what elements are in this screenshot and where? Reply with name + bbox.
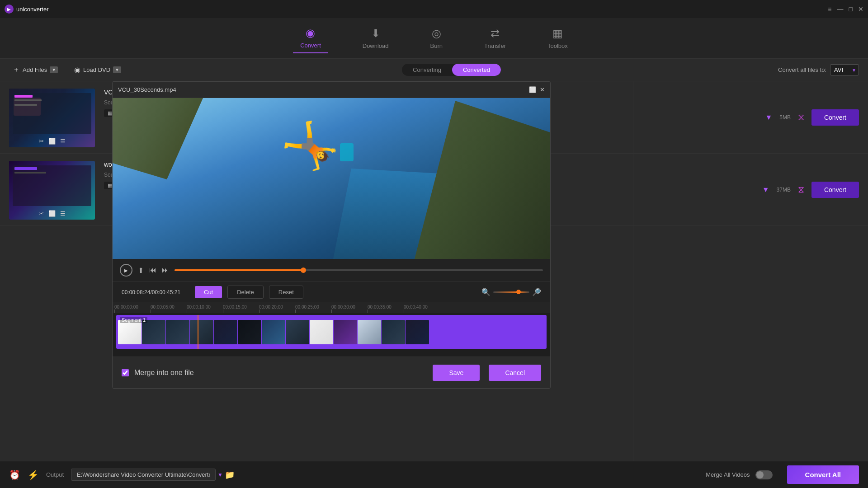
output-path-input[interactable]	[71, 469, 216, 481]
cut-button[interactable]: Cut	[195, 286, 222, 298]
ruler-mark-2: 00:00:10:00	[187, 305, 223, 313]
crop-icon-2[interactable]: ⬜	[48, 210, 56, 217]
load-dvd-button[interactable]: ◉ Load DVD ▼	[71, 64, 125, 76]
ruler-mark-4: 00:00:20:00	[259, 305, 295, 313]
cliff-bottom-right	[415, 101, 550, 259]
merge-section: Merge All Videos	[706, 470, 772, 479]
merge-checkbox[interactable]	[122, 369, 129, 376]
nav-download-label: Download	[363, 42, 389, 49]
minimize-btn[interactable]: —	[837, 5, 844, 13]
video-scene: 🤸	[113, 98, 550, 259]
nav-bar: ◉ Convert ⬇ Download ◎ Burn ⇄ Transfer ▦…	[0, 18, 868, 59]
folder-icon[interactable]: 📁	[225, 470, 235, 480]
path-dropdown-arrow[interactable]: ▼	[217, 472, 223, 478]
merge-row: Merge into one file Save Cancel	[113, 357, 550, 388]
ruler-mark-1: 00:00:05:00	[151, 305, 187, 313]
file-thumb-1: ✂ ⬜ ☰	[9, 89, 95, 147]
close-btn[interactable]: ✕	[858, 5, 863, 13]
right-panel: ▼ 5MB ⧖ Convert ▼ 37MB ⧖ Convert	[633, 81, 868, 461]
title-bar: ▶ uniconverter ≡ — □ ✕	[0, 0, 868, 18]
crop-icon-1[interactable]: ⬜	[48, 138, 56, 145]
convert-tabs: Converting Converted	[402, 64, 501, 76]
delete-button[interactable]: Delete	[227, 286, 264, 299]
format-select-wrap[interactable]: AVI MP4 MOV MKV	[830, 64, 859, 75]
toolbox-nav-icon: ▦	[552, 27, 563, 40]
edit-controls: 00:00:08:24/00:00:45:21 Cut Delete Reset…	[113, 282, 550, 302]
nav-item-transfer[interactable]: ⇄ Transfer	[477, 23, 513, 53]
thumb-controls-2: ✂ ⬜ ☰	[9, 210, 95, 217]
file-icon-1: ▦	[108, 110, 112, 116]
thumb-9	[334, 320, 357, 344]
overlay-close-btn[interactable]: ✕	[540, 86, 545, 93]
cancel-button[interactable]: Cancel	[489, 365, 541, 381]
skip-back-button[interactable]: ⏮	[149, 266, 156, 274]
segment-label: Segment 1	[120, 317, 147, 323]
logo-icon: ▶	[5, 5, 14, 14]
nav-item-toolbox[interactable]: ▦ Toolbox	[540, 23, 575, 53]
add-files-button[interactable]: ＋ Add Files ▼	[9, 63, 61, 76]
main-area: ✂ ⬜ ☰ VCU_30Seconds.mp4 Source ▦ MP4	[0, 81, 868, 461]
converting-tab[interactable]: Converting	[402, 64, 452, 76]
add-files-dropdown[interactable]: ▼	[50, 66, 58, 73]
ruler-mark-8: 00:00:40:00	[404, 305, 440, 313]
maximize-btn[interactable]: □	[849, 5, 853, 13]
ruler-mark-3: 00:00:15:00	[223, 305, 259, 313]
nav-toolbox-label: Toolbox	[547, 42, 568, 49]
thumb-5	[238, 320, 261, 344]
merge-toggle[interactable]	[755, 470, 773, 479]
bottom-bar: ⏰ ⚡ Output ▼ 📁 Merge All Videos Convert …	[0, 461, 868, 488]
skip-forward-button[interactable]: ⏭	[162, 266, 169, 274]
scissors-icon-2[interactable]: ✂	[39, 210, 44, 217]
convert-all-to-section: Convert all files to: AVI MP4 MOV MKV	[778, 64, 859, 75]
save-button[interactable]: Save	[433, 365, 480, 381]
overlay-window-buttons[interactable]: ⬜ ✕	[529, 86, 545, 93]
nav-item-convert[interactable]: ◉ Convert	[293, 23, 328, 53]
convert-button-1[interactable]: Convert	[811, 109, 859, 126]
convert-row-1: ▼ 5MB ⧖ Convert	[633, 81, 868, 154]
flash-icon[interactable]: ⚡	[28, 469, 39, 480]
timeline-track[interactable]: Segment 1	[116, 315, 547, 349]
thumb-3	[190, 320, 213, 344]
nav-item-download[interactable]: ⬇ Download	[355, 23, 396, 53]
plus-icon: ＋	[13, 65, 20, 75]
reset-button[interactable]: Reset	[269, 286, 303, 299]
menu-icon[interactable]: ≡	[828, 5, 831, 13]
format-arrow-2: ▼	[762, 186, 769, 194]
zoom-slider[interactable]	[493, 291, 529, 293]
convert-all-to-label: Convert all files to:	[778, 66, 826, 73]
progress-fill	[175, 269, 303, 271]
app-title: uniconverter	[16, 6, 49, 13]
overlay-maximize-btn[interactable]: ⬜	[529, 86, 536, 93]
format-select[interactable]: AVI MP4 MOV MKV	[830, 64, 859, 75]
settings-icon-1[interactable]: ☰	[60, 138, 66, 145]
convert-button-2[interactable]: Convert	[811, 182, 859, 198]
schedule-icon[interactable]: ⏰	[9, 469, 20, 480]
file-icon-2: ▦	[108, 183, 112, 188]
progress-bar[interactable]	[175, 269, 543, 271]
export-button[interactable]: ⬆	[138, 266, 144, 275]
scissors-icon-1[interactable]: ✂	[39, 138, 44, 145]
output-path-section: ▼ 📁	[71, 469, 235, 481]
thumb-strip	[116, 315, 431, 349]
convert-nav-icon: ◉	[306, 27, 315, 39]
thumb-controls-1: ✂ ⬜ ☰	[9, 138, 95, 145]
zoom-out-icon[interactable]: 🔍	[481, 288, 491, 296]
zoom-in-icon[interactable]: 🔎	[532, 288, 541, 296]
load-dvd-dropdown[interactable]: ▼	[113, 66, 121, 73]
ruler-mark-0: 00:00:00:00	[114, 305, 151, 313]
zoom-thumb	[516, 290, 521, 294]
ruler-mark-6: 00:00:30:00	[331, 305, 368, 313]
app-logo: ▶ uniconverter	[5, 5, 49, 14]
settings-icon-2[interactable]: ☰	[60, 210, 66, 217]
cliff-top-left	[113, 98, 203, 179]
overlay-filename: VCU_30Seconds.mp4	[118, 86, 176, 93]
output-label: Output	[46, 471, 64, 478]
thumb-1	[142, 320, 165, 344]
merge-label: Merge into one file	[134, 369, 194, 377]
format-arrow-1: ▼	[765, 113, 772, 122]
play-button[interactable]: ▶	[120, 264, 132, 277]
window-controls[interactable]: ≡ — □ ✕	[828, 5, 863, 13]
nav-item-burn[interactable]: ◎ Burn	[423, 23, 450, 53]
convert-all-button[interactable]: Convert All	[787, 465, 859, 484]
converted-tab[interactable]: Converted	[452, 64, 501, 76]
